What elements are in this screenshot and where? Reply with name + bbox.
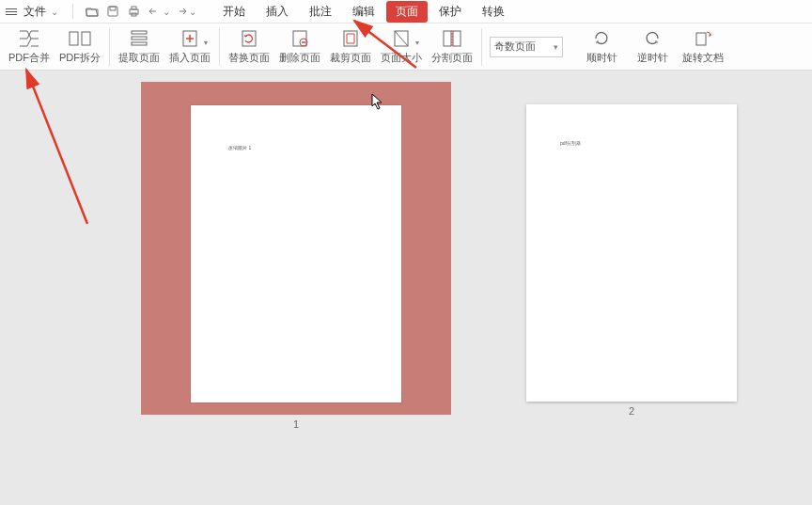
page-thumbnail-1[interactable]: 压缩图片 1 1	[141, 82, 451, 505]
chevron-down-icon: ▾	[554, 42, 558, 52]
save-icon[interactable]	[106, 5, 119, 18]
svg-rect-6	[82, 32, 90, 45]
tool-label: 替换页面	[228, 51, 270, 65]
separator	[109, 28, 110, 66]
pagesize-icon: ▾	[389, 28, 414, 49]
chevron-down-icon: ▾	[415, 39, 419, 47]
menu-icon[interactable]	[4, 8, 19, 15]
rotate-ccw-icon	[640, 28, 664, 49]
tab-start[interactable]: 开始	[213, 1, 255, 23]
tab-edit[interactable]: 编辑	[343, 1, 384, 23]
rotate-cw-button[interactable]: 顺时针	[576, 24, 627, 70]
tab-page[interactable]: 页面	[386, 1, 428, 23]
page-selection-highlight: 压缩图片 1	[141, 82, 451, 415]
tab-annotate[interactable]: 批注	[300, 1, 341, 23]
svg-rect-1	[110, 7, 116, 10]
menu-bar: 文件 ⌄ ⌄ ⌄ 开始 插入 批注 编辑 页面	[0, 0, 812, 24]
print-icon[interactable]	[127, 5, 140, 18]
open-icon[interactable]	[86, 5, 99, 18]
tool-label: 页面大小	[381, 51, 422, 65]
dropdown-value: 奇数页面	[494, 39, 536, 54]
svg-rect-18	[696, 33, 706, 45]
replace-icon	[237, 28, 261, 49]
insert-page-button[interactable]: ▾ 插入页面	[164, 24, 215, 70]
insert-icon: ▾	[178, 28, 202, 49]
page-layout-dropdown[interactable]: 奇数页面 ▾	[490, 37, 563, 57]
page-content: pdf分割器	[526, 104, 737, 402]
separator	[72, 4, 73, 19]
svg-rect-9	[132, 42, 147, 45]
pdf-merge-button[interactable]: PDF合并	[4, 24, 55, 70]
rotate-cw-icon	[589, 28, 614, 49]
page-size-button[interactable]: ▾ 页面大小	[376, 24, 427, 70]
svg-rect-8	[132, 37, 147, 39]
tool-label: 裁剪页面	[330, 51, 371, 65]
svg-rect-7	[132, 31, 147, 34]
crop-icon	[338, 28, 363, 49]
tool-label: 插入页面	[169, 51, 211, 65]
svg-rect-16	[444, 31, 451, 46]
ribbon: PDF合并 PDF拆分 提取页面 ▾ 插入页面 替换页面 删除页面	[0, 24, 812, 71]
page-text: 压缩图片 1	[228, 145, 251, 150]
svg-rect-5	[70, 32, 78, 45]
page-text: pdf分割器	[560, 140, 581, 146]
svg-rect-3	[132, 7, 136, 9]
tool-label: 旋转文档	[682, 51, 724, 65]
svg-rect-17	[453, 31, 461, 46]
tool-label: PDF拆分	[59, 51, 101, 65]
tool-label: 顺时针	[586, 51, 617, 65]
svg-rect-11	[242, 31, 256, 46]
tool-label: 逆时针	[637, 51, 668, 65]
rotate-doc-icon	[691, 28, 715, 49]
page-number: 1	[293, 418, 299, 430]
undo-chevron-icon[interactable]: ⌄	[163, 7, 170, 17]
tool-label: PDF合并	[8, 51, 50, 65]
split-icon	[68, 28, 92, 49]
separator	[219, 28, 220, 66]
page-content: 压缩图片 1	[191, 105, 401, 402]
workspace: 压缩图片 1 1 pdf分割器 2	[0, 71, 812, 505]
rotate-ccw-button[interactable]: 逆时针	[627, 24, 678, 70]
file-chevron-icon[interactable]: ⌄	[51, 7, 58, 17]
merge-icon	[17, 28, 41, 49]
delete-page-button[interactable]: 删除页面	[274, 24, 325, 70]
tab-strip: 开始 插入 批注 编辑 页面 保护 转换	[213, 1, 514, 23]
tab-insert[interactable]: 插入	[257, 1, 298, 23]
splitpage-icon	[440, 28, 464, 49]
page-thumbnail-2[interactable]: pdf分割器 2	[526, 104, 737, 505]
redo-chevron-icon[interactable]: ⌄	[189, 7, 196, 17]
tool-label: 提取页面	[118, 51, 160, 65]
delete-icon	[288, 28, 312, 49]
tool-label: 分割页面	[431, 51, 473, 65]
page-number: 2	[629, 405, 634, 417]
svg-rect-14	[344, 31, 357, 46]
split-page-button[interactable]: 分割页面	[427, 24, 477, 70]
tab-protect[interactable]: 保护	[429, 1, 471, 23]
redo-icon[interactable]	[174, 5, 187, 18]
separator	[481, 28, 482, 66]
rotate-doc-button[interactable]: 旋转文档	[678, 24, 728, 70]
undo-icon[interactable]	[148, 5, 161, 18]
crop-page-button[interactable]: 裁剪页面	[325, 24, 376, 70]
pdf-split-button[interactable]: PDF拆分	[55, 24, 105, 70]
replace-page-button[interactable]: 替换页面	[224, 24, 274, 70]
extract-page-button[interactable]: 提取页面	[114, 24, 164, 70]
extract-icon	[127, 28, 151, 49]
tool-label: 删除页面	[279, 51, 320, 65]
file-menu[interactable]: 文件	[23, 4, 46, 20]
chevron-down-icon: ▾	[204, 39, 208, 47]
tab-convert[interactable]: 转换	[473, 1, 514, 23]
